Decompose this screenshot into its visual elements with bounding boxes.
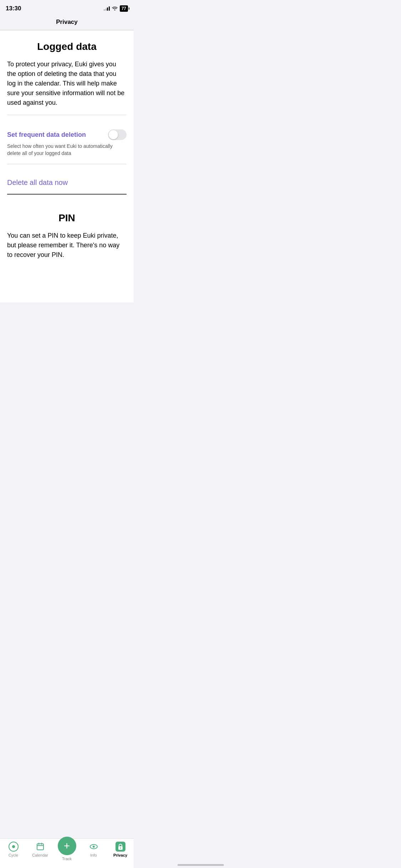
logged-data-body: To protect your privacy, Euki gives you … xyxy=(7,60,127,108)
wifi-icon xyxy=(112,6,118,11)
section-divider-3 xyxy=(7,194,127,195)
section-divider-2 xyxy=(7,164,127,164)
content-area: Logged data To protect your privacy, Euk… xyxy=(0,30,134,303)
frequent-deletion-row: Set frequent data deletion Select how of… xyxy=(0,122,134,171)
delete-now-row[interactable]: Delete all data now xyxy=(0,171,134,202)
status-bar: 13:30 77 xyxy=(0,0,134,15)
frequent-deletion-toggle[interactable] xyxy=(108,129,127,140)
status-icons: 77 xyxy=(104,5,128,12)
pin-body: You can set a PIN to keep Euki private, … xyxy=(7,231,127,260)
logged-data-title: Logged data xyxy=(7,41,127,52)
frequent-deletion-desc: Select how often you want Euki to automa… xyxy=(7,143,127,157)
signal-icon xyxy=(104,6,110,11)
pin-title: PIN xyxy=(7,212,127,224)
delete-now-label: Delete all data now xyxy=(7,179,68,186)
pin-section: PIN You can set a PIN to keep Euki priva… xyxy=(0,202,134,267)
logged-data-section: Logged data To protect your privacy, Euk… xyxy=(0,30,134,122)
frequent-deletion-label: Set frequent data deletion xyxy=(7,131,86,139)
status-time: 13:30 xyxy=(6,5,21,12)
page-title: Privacy xyxy=(56,19,78,25)
toggle-header: Set frequent data deletion xyxy=(7,129,127,140)
nav-header: Privacy xyxy=(0,15,134,30)
battery-icon: 77 xyxy=(120,5,128,12)
section-divider-1 xyxy=(7,115,127,115)
